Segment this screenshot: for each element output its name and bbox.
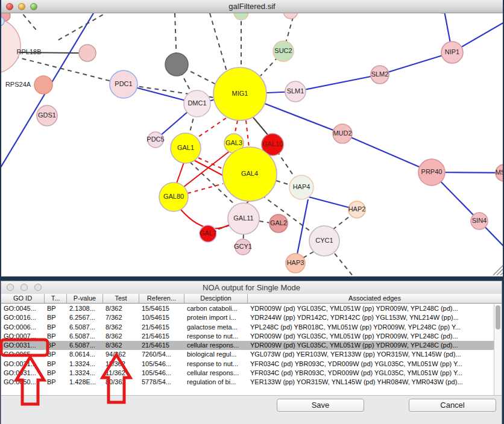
table-cell: 80/362 [103,378,139,387]
table-cell: BP [45,304,67,313]
table-cell: BP [45,360,67,369]
network-edge [177,163,184,183]
node-RPL18B[interactable] [79,45,96,61]
network-edge [333,214,352,229]
node-label: SIN4 [472,217,487,224]
table-cell: 2.1308... [67,304,103,313]
table-cell: BP [45,378,67,387]
node-pink-partial-top[interactable] [283,13,298,19]
noa-window: NOA output for Single Mode GO IDT...P-va… [1,281,502,424]
network-canvas[interactable]: RPL18BRPS24AGDS1PDC1DMC1PDC5MIG1SUC2SLM1… [1,13,503,276]
table-cell: 15/54615 [139,304,184,313]
table-cell: 1.3324... [67,360,103,369]
table-cell: 11/362 [103,369,139,378]
zoom-button[interactable] [30,3,37,10]
network-edge [342,134,432,172]
node-label: GAL3 [225,139,242,146]
table-cell: 6.5087... [67,341,103,350]
table-cell: 5778/54... [139,378,184,387]
table-cell: BP [45,369,67,378]
table-row-4[interactable]: GO:0031...BP6.5087...8/36221/54615cellul… [1,341,494,350]
table-row-0[interactable]: GO:0045...BP2.1308...8/36215/54615carbon… [1,304,494,313]
table-cell: YFR034C (pd) YBR093C, YDR009W (pd) YGL03… [248,360,494,369]
table-cell: 8.0614... [67,350,103,359]
table-row-6[interactable]: GO:0031...BP1.3324...11/362105/546...res… [1,360,494,369]
network-edge [192,118,226,141]
table-row-7[interactable]: GO:0031...BP1.3324...11/362105/546...cel… [1,369,494,378]
column-header-4[interactable]: Referen... [139,294,184,303]
table-cell: biological regul... [184,350,248,359]
cancel-button[interactable]: Cancel [409,399,496,412]
table-cell: regulation of bi... [184,378,248,387]
noa-window-title: NOA output for Single Mode [1,281,502,294]
table-cell: cellular respons... [184,341,248,350]
table-cell: cellular respons... [184,369,248,378]
table-cell: protein import i... [184,313,248,322]
node-label: GAL1 [177,144,194,151]
close-button[interactable] [6,3,13,10]
node-gray-node[interactable] [165,53,188,76]
table-row-1[interactable]: GO:0016...BP6.2567...7/36210/54615protei… [1,313,494,322]
table-row-3[interactable]: GO:0007...BP6.5087...8/36221/54615respon… [1,332,494,341]
resize-grip[interactable] [500,273,503,275]
node-label: SLM1 [287,87,304,95]
node-label: GAL10 [262,140,283,148]
table-cell: YDR009W (pd) YGL035C, YML051W (pp) YDR00… [248,332,494,341]
table-cell: 6.2567... [67,313,103,322]
table-cell: 6.5087... [67,332,103,341]
vertical-scrollbar[interactable] [494,304,502,395]
table-cell: YER133W (pp) YOR315W, YNL145W (pd) YHR08… [248,378,494,387]
network-edge [380,52,452,75]
node-hub-partial[interactable] [1,18,20,73]
table-cell: 11/362 [103,360,139,369]
table-cell: 6.5087... [67,323,103,332]
column-header-5[interactable]: Desciption [184,294,248,303]
node-label: MSL5 [496,169,503,176]
table-cell: YGL073W (pd) YER103W, YER133W (pp) YOR31… [248,350,494,359]
table-cell: GO:0045... [1,304,45,313]
column-header-0[interactable]: GO ID [1,294,45,303]
node-label: MIG1 [232,90,248,97]
node-label: HAP3 [287,259,304,266]
noa-titlebar[interactable]: NOA output for Single Mode [1,281,502,295]
table-header: GO IDT...P-valueTestReferen...Desciption… [1,294,502,304]
node-label: SUC2 [274,47,292,54]
table-cell: 10/54615 [139,313,184,322]
table-cell: GO:0007... [1,332,45,341]
table-cell: 8/362 [103,323,139,332]
table-row-5[interactable]: GO:0065...BP8.0614...94/3627260/54...bio… [1,350,494,359]
node-label: PDC5 [146,136,164,143]
table-cell: GO:0065... [1,350,45,359]
column-header-3[interactable]: Test [103,294,139,303]
table-cell: 21/54615 [139,341,184,350]
table-cell: 1.428E... [67,378,103,387]
node-label: RPS24A [5,81,31,88]
node-label: GDS1 [38,111,56,119]
node-RPS24A[interactable] [34,76,52,94]
save-button[interactable]: Save [277,399,364,412]
scrollbar-thumb[interactable] [496,305,500,329]
network-edge [198,158,224,169]
minimize-button[interactable] [18,3,25,10]
table-cell: 1.3324... [67,369,103,378]
network-edge [57,13,110,41]
column-header-6[interactable]: Associated edges [248,294,502,303]
table-cell: BP [45,350,67,359]
zoom-button[interactable] [34,284,42,291]
close-button[interactable] [7,284,14,291]
network-edge [253,117,269,136]
table-row-2[interactable]: GO:0006...BP6.5087...8/36221/54615galact… [1,323,494,332]
node-label: SLM2 [371,70,389,78]
table-cell: carbon cataboli... [184,304,248,313]
table-row-8[interactable]: GO:0050...BP1.428E...80/3625778/54...reg… [1,378,494,387]
minimize-button[interactable] [20,284,28,291]
column-header-2[interactable]: P-value [67,294,103,303]
table-cell: YFR034C (pd) YBR093C, YDR009W (pd) YGL03… [248,369,494,378]
network-edge [302,252,313,258]
table-cell: response to nut... [184,360,248,369]
node-green-partial-top[interactable] [234,13,248,20]
column-header-1[interactable]: T... [45,294,67,303]
network-titlebar[interactable]: galFiltered.sif [1,0,503,13]
table-cell: BP [45,323,67,332]
node-label: NIP1 [445,48,459,55]
